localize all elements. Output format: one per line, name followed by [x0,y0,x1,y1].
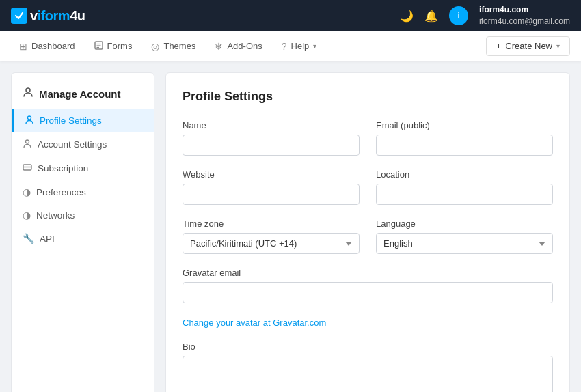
language-group: Language English [376,219,553,254]
email-label: Email (public) [376,120,553,130]
language-select[interactable]: English [376,233,553,254]
user-initials: i [457,11,459,20]
forms-icon [94,41,103,52]
email-input[interactable] [376,135,553,156]
bell-icon[interactable]: 🔔 [424,10,438,23]
nav-label-help: Help [291,41,310,51]
name-group: Name [183,120,360,156]
user-avatar[interactable]: i [449,6,468,25]
svg-point-4 [26,88,30,92]
user-email: iform4u.com@gmail.com [479,16,570,27]
nav-item-addons[interactable]: ❄ Add-Ons [206,37,270,56]
profile-settings-content: Profile Settings Name Email (public) Web… [165,72,570,392]
sidebar-item-subscription[interactable]: Subscription [12,156,154,180]
website-group: Website [183,169,360,205]
top-header: viform4u 🌙 🔔 i iform4u.com iform4u.com@g… [0,0,581,31]
create-new-plus-icon: + [496,41,502,51]
logo-text: viform4u [30,8,85,24]
sidebar-item-profile-label: Profile Settings [40,115,102,126]
nav-bar: ⊞ Dashboard Forms ◎ Themes ❄ Add-Ons ? H… [0,31,581,61]
name-input[interactable] [183,135,360,156]
nav-label-forms: Forms [107,41,133,51]
location-group: Location [376,169,553,205]
location-label: Location [376,169,553,180]
manage-account-icon [23,87,33,100]
create-new-chevron-icon: ▾ [556,42,560,50]
subscription-icon [23,163,32,174]
main-layout: Manage Account Profile Settings Account … [0,61,581,392]
nav-label-themes: Themes [163,41,195,51]
logo-icon [11,8,27,24]
sidebar-item-preferences-label: Preferences [36,187,86,197]
sidebar-item-account-settings[interactable]: Account Settings [12,132,154,156]
website-label: Website [183,169,360,180]
timezone-language-row: Time zone Pacific/Kiritimati (UTC +14) L… [183,219,553,254]
content-title: Profile Settings [183,89,553,104]
bio-group: Bio [183,341,553,392]
addons-icon: ❄ [215,41,223,52]
language-label: Language [376,219,553,229]
header-right: 🌙 🔔 i iform4u.com iform4u.com@gmail.com [400,4,570,27]
profile-icon [25,115,34,126]
nav-item-themes[interactable]: ◎ Themes [143,37,204,56]
sidebar-item-api-label: API [40,234,55,244]
svg-point-6 [26,140,29,143]
create-new-label: Create New [505,41,552,51]
preferences-icon: ◑ [23,186,31,197]
sidebar-item-account-settings-label: Account Settings [38,139,107,150]
sidebar-item-networks-label: Networks [36,210,75,221]
sidebar-item-preferences[interactable]: ◑ Preferences [12,180,154,204]
location-input[interactable] [376,184,553,205]
gravatar-input[interactable] [183,282,553,303]
nav-items: ⊞ Dashboard Forms ◎ Themes ❄ Add-Ons ? H… [11,37,325,56]
themes-icon: ◎ [151,41,159,52]
nav-item-help[interactable]: ? Help ▾ [273,37,325,56]
website-input[interactable] [183,184,360,205]
name-email-row: Name Email (public) [183,120,553,156]
moon-icon[interactable]: 🌙 [400,10,414,23]
email-group: Email (public) [376,120,553,156]
help-chevron-icon: ▾ [313,42,316,50]
username: iform4u.com [479,4,570,16]
nav-label-dashboard: Dashboard [31,41,75,51]
sidebar-header: Manage Account [12,81,154,109]
bio-label: Bio [183,341,553,352]
svg-point-5 [28,116,31,120]
sidebar-item-profile[interactable]: Profile Settings [12,109,154,132]
timezone-select[interactable]: Pacific/Kiritimati (UTC +14) [183,233,360,254]
account-settings-icon [23,139,32,150]
gravatar-label: Gravatar email [183,268,553,278]
timezone-label: Time zone [183,219,360,229]
sidebar: Manage Account Profile Settings Account … [11,72,154,392]
gravatar-link[interactable]: Change your avatar at Gravatar.com [183,318,326,328]
sidebar-item-subscription-label: Subscription [38,163,88,173]
dashboard-icon: ⊞ [19,41,27,52]
networks-icon: ◑ [23,210,31,221]
sidebar-title: Manage Account [39,88,120,100]
website-location-row: Website Location [183,169,553,205]
sidebar-item-networks[interactable]: ◑ Networks [12,204,154,227]
nav-item-dashboard[interactable]: ⊞ Dashboard [11,37,83,56]
timezone-group: Time zone Pacific/Kiritimati (UTC +14) [183,219,360,254]
help-icon: ? [282,41,287,52]
nav-item-forms[interactable]: Forms [86,37,141,56]
sidebar-item-api[interactable]: 🔧 API [12,227,154,250]
api-icon: 🔧 [23,233,34,244]
create-new-button[interactable]: + Create New ▾ [486,36,570,56]
name-label: Name [183,120,360,130]
user-info: iform4u.com iform4u.com@gmail.com [479,4,570,27]
nav-label-addons: Add-Ons [227,41,262,51]
logo[interactable]: viform4u [11,8,85,24]
gravatar-group: Gravatar email [183,268,553,303]
bio-textarea[interactable] [183,356,553,392]
